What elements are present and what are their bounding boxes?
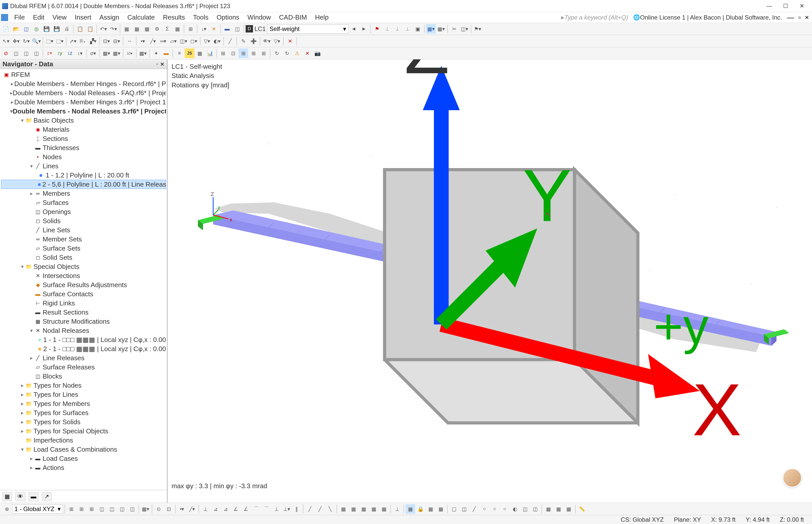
shape7-button[interactable]: ◐ bbox=[510, 504, 520, 514]
panel-restore-button[interactable]: ▫ bbox=[796, 14, 803, 21]
menu-options[interactable]: Options bbox=[213, 13, 243, 22]
surf-button[interactable]: ▬ bbox=[162, 49, 171, 58]
angle2-button[interactable]: ∠ bbox=[241, 504, 251, 514]
line-tool-button[interactable]: ╱ bbox=[225, 36, 235, 46]
grid-fine3-button[interactable]: ▦ bbox=[564, 504, 574, 514]
block-button[interactable]: ◫ bbox=[21, 24, 31, 34]
uy-button[interactable]: ↕y bbox=[55, 49, 65, 58]
redo-button[interactable]: ↷▾ bbox=[108, 24, 118, 34]
tree-lc-item[interactable]: ▸▬Actions bbox=[1, 463, 166, 472]
view-iso4-button[interactable]: ◫ bbox=[128, 504, 137, 514]
refresh2-button[interactable]: ↻ bbox=[282, 49, 292, 58]
script-button[interactable]: ≡ bbox=[174, 49, 184, 58]
snap-button[interactable]: ⊙ bbox=[154, 504, 164, 514]
tree-lc-item[interactable]: ▸▬Load Cases bbox=[1, 454, 166, 463]
tree-basic-objects[interactable]: ▾📁Basic Objects bbox=[1, 116, 166, 125]
plus-button[interactable]: ➕ bbox=[249, 36, 258, 46]
flag-button[interactable]: ⚑ bbox=[372, 24, 382, 34]
dim5-button[interactable]: ▣ bbox=[413, 24, 423, 34]
navigator-tree[interactable]: ▣RFEM ▸Double Members - Member Hinges - … bbox=[0, 69, 167, 490]
check4-button[interactable]: ⊞ bbox=[249, 49, 258, 58]
tree-file-active[interactable]: ▾Double Members - Nodal Releases 3.rf6* … bbox=[1, 107, 166, 116]
next-lc-button[interactable]: ► bbox=[359, 24, 369, 34]
menu-edit[interactable]: Edit bbox=[29, 13, 49, 22]
grid4-button[interactable]: ▦ bbox=[369, 504, 378, 514]
expand-icon[interactable]: ▸ bbox=[10, 99, 14, 105]
script2-button[interactable]: ▦ bbox=[195, 49, 204, 58]
camera-button[interactable]: 📷 bbox=[312, 49, 322, 58]
table2-button[interactable]: ▦ bbox=[132, 24, 141, 34]
dim4-button[interactable]: ⟂ bbox=[403, 24, 412, 34]
table-button[interactable]: ▦ bbox=[122, 24, 132, 34]
tangent-button[interactable]: ⊥ bbox=[271, 504, 281, 514]
warn-button[interactable]: ⚠ bbox=[292, 49, 302, 58]
zoom-button[interactable]: 🔍▾ bbox=[32, 36, 41, 46]
shape6-button[interactable]: ○ bbox=[500, 504, 509, 514]
new-button[interactable]: 📄 bbox=[1, 24, 11, 34]
shape2-button[interactable]: ◫ bbox=[459, 504, 469, 514]
close-button[interactable]: ✕ bbox=[797, 2, 807, 10]
tree-line-item-selected[interactable]: ■2 - 5,6 | Polyline | L : 20.00 ft | Lin… bbox=[1, 180, 166, 189]
view-xz-button[interactable]: ⊞ bbox=[77, 504, 86, 514]
tree-members[interactable]: ▸═Members bbox=[1, 189, 166, 198]
tree-load-cases[interactable]: ▾📁Load Cases & Combinations bbox=[1, 445, 166, 454]
collapse-icon[interactable]: ▾ bbox=[19, 263, 26, 269]
expand-icon[interactable]: ▸ bbox=[29, 456, 34, 461]
pin-icon[interactable]: ▫ bbox=[156, 61, 158, 67]
cube2-button[interactable]: ◫ bbox=[21, 49, 31, 58]
copy-button[interactable]: 📋 bbox=[85, 24, 95, 34]
tree-types-surfaces[interactable]: ▸📁Types for Surfaces bbox=[1, 408, 166, 417]
grid3-button[interactable]: ▦ bbox=[359, 504, 369, 514]
grid2-button[interactable]: ▦ bbox=[349, 504, 358, 514]
view-yz-button[interactable]: ⊞ bbox=[87, 504, 97, 514]
tree-file[interactable]: ▸Double Members - Member Hinges - Record… bbox=[1, 79, 166, 88]
tree-nodal-rel-item[interactable]: ■2 - 1 - □□□ ▦▦▦ | Local xyz | Cφ,x : 0.… bbox=[1, 344, 166, 354]
load-button[interactable]: ↓▾ bbox=[199, 24, 208, 34]
collapse-icon[interactable]: ▾ bbox=[29, 163, 34, 169]
perp-button[interactable]: ⊥▾ bbox=[282, 504, 291, 514]
error-button[interactable]: ⊘ bbox=[1, 49, 11, 58]
view-iso2-button[interactable]: ◫ bbox=[107, 504, 117, 514]
check3-button[interactable]: ⊞ bbox=[238, 49, 248, 58]
keyword-input[interactable]: Type a keyword (Alt+Q) bbox=[564, 14, 628, 21]
extrude-button[interactable]: ⊡▾ bbox=[101, 36, 111, 46]
shape4-button[interactable]: ○ bbox=[479, 504, 489, 514]
collapse-icon[interactable]: ▾ bbox=[19, 117, 26, 124]
nav-results-button[interactable]: ↗ bbox=[41, 492, 52, 501]
visibility-button[interactable]: 👁▾ bbox=[262, 36, 271, 46]
app-menu-icon[interactable] bbox=[1, 14, 8, 21]
sun-button[interactable]: ☀ bbox=[209, 24, 219, 34]
dim-line-button[interactable]: ↔ bbox=[125, 36, 135, 46]
snap2-button[interactable]: ⊡ bbox=[164, 504, 173, 514]
tree-types-special[interactable]: ▸📁Types for Special Objects bbox=[1, 426, 166, 436]
save-all-button[interactable]: 💾 bbox=[52, 24, 62, 34]
member-button[interactable]: ═▾ bbox=[158, 36, 168, 46]
tree-surfacesets[interactable]: ▱Surface Sets bbox=[1, 244, 166, 253]
menu-results[interactable]: Results bbox=[159, 13, 189, 22]
tree-nodal-releases[interactable]: ▾✕Nodal Releases bbox=[1, 326, 166, 335]
line-button[interactable]: ╱▾ bbox=[148, 36, 158, 46]
tree-line-item[interactable]: ■1 - 1,2 | Polyline | L : 20.00 ft bbox=[1, 170, 166, 180]
user-avatar[interactable] bbox=[782, 468, 802, 488]
menu-view[interactable]: View bbox=[49, 13, 71, 22]
dim3-button[interactable]: ⟂ bbox=[392, 24, 402, 34]
tree-surfaces[interactable]: ▱Surfaces bbox=[1, 198, 166, 207]
loadcase-dropdown[interactable]: Self-weight ▾ bbox=[267, 24, 349, 33]
expand-icon[interactable]: ▸ bbox=[19, 400, 26, 407]
divide-button[interactable]: ⊟▾ bbox=[112, 36, 121, 46]
tree-openings[interactable]: ◫Openings bbox=[1, 207, 166, 216]
expand-icon[interactable]: ▸ bbox=[19, 382, 26, 389]
grid-fine2-button[interactable]: ▦ bbox=[554, 504, 563, 514]
expand-icon[interactable]: ▸ bbox=[19, 428, 26, 434]
filter-button[interactable]: ▽▾ bbox=[272, 36, 282, 46]
tree-blocks[interactable]: ◫Blocks bbox=[1, 372, 166, 381]
ruler-button[interactable]: 📏 bbox=[577, 504, 587, 514]
grid-button[interactable]: ▦▾ bbox=[138, 49, 148, 58]
sigma-button[interactable]: Σ bbox=[163, 24, 172, 34]
menu-cadbim[interactable]: CAD-BIM bbox=[275, 13, 311, 22]
expand-icon[interactable]: ▸ bbox=[29, 191, 34, 197]
flag2-button[interactable]: ⚑▾ bbox=[473, 24, 483, 34]
dim-button[interactable]: ⊞ bbox=[186, 24, 196, 34]
expand-icon[interactable]: ▸ bbox=[19, 392, 26, 397]
render1-button[interactable]: ▦ bbox=[406, 504, 415, 514]
